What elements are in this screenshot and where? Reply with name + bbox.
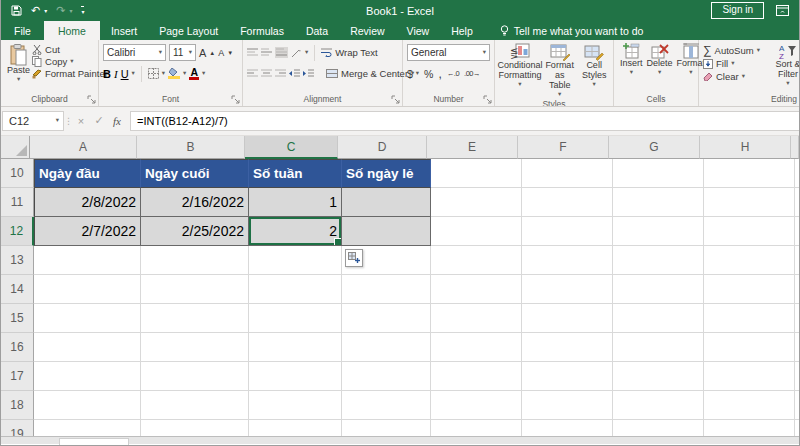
orientation-button[interactable] [291,48,302,58]
cell-A13[interactable] [34,246,141,275]
comma-style-button[interactable]: , [438,67,441,81]
align-center-icon[interactable] [261,69,272,78]
column-header-C[interactable]: C [245,136,338,159]
row-header-19[interactable]: 19 [1,420,34,436]
row-header-13[interactable]: 13 [1,246,34,275]
align-middle-icon[interactable] [261,48,272,57]
italic-button[interactable]: I [114,68,118,80]
cell-B13[interactable] [141,246,249,275]
cell-A12[interactable]: 2/7/2022 [34,217,141,246]
decrease-decimal-button[interactable]: .00→ [464,69,480,78]
cell-E16[interactable] [431,333,522,362]
cell-G10[interactable] [613,159,704,188]
customize-qat-icon[interactable]: ▾ [81,6,84,15]
cell-G11[interactable] [613,188,704,217]
save-icon[interactable] [11,5,22,16]
cell-F16[interactable] [522,333,613,362]
cell-H16[interactable] [704,333,795,362]
tab-review[interactable]: Review [339,21,395,40]
cell-C18[interactable] [249,391,342,420]
cell-G12[interactable] [613,217,704,246]
cell-A16[interactable] [34,333,141,362]
cell-G17[interactable] [613,362,704,391]
cell-E13[interactable] [431,246,522,275]
row-header-18[interactable]: 18 [1,391,34,420]
alignment-dialog-launcher-icon[interactable] [391,95,400,104]
cell-G15[interactable] [613,304,704,333]
autosum-button[interactable]: ∑AutoSum▾ [703,44,769,56]
cell-B15[interactable] [141,304,249,333]
tab-page-layout[interactable]: Page Layout [148,21,229,40]
cell-G18[interactable] [613,391,704,420]
cell-C11[interactable]: 1 [249,188,342,217]
font-dialog-launcher-icon[interactable] [231,95,240,104]
cell-G13[interactable] [613,246,704,275]
cell-C17[interactable] [249,362,342,391]
wrap-text-button[interactable]: Wrap Text [321,47,377,58]
cell-A10[interactable]: Ngày đầu [34,159,141,188]
cell-C16[interactable] [249,333,342,362]
cell-H13[interactable] [704,246,795,275]
cell-A11[interactable]: 2/8/2022 [34,188,141,217]
merge-center-button[interactable]: Merge & Center▾ [326,68,414,79]
increase-indent-icon[interactable] [303,69,314,78]
cell-F10[interactable] [522,159,613,188]
insert-cells-button[interactable]: Insert▾ [618,42,645,92]
cell-E14[interactable] [431,275,522,304]
cell-E11[interactable] [431,188,522,217]
row-header-16[interactable]: 16 [1,333,34,362]
accounting-format-button[interactable]: $▾ [407,68,419,80]
name-box[interactable]: C12▾ [2,111,64,131]
cut-button[interactable]: Cut [32,44,108,55]
cell-F14[interactable] [522,275,613,304]
cancel-icon[interactable]: × [72,115,90,127]
borders-button[interactable] [148,68,159,79]
cell-D14[interactable] [342,275,431,304]
cell-E18[interactable] [431,391,522,420]
cell-B16[interactable] [141,333,249,362]
tab-home[interactable]: Home [44,21,100,40]
cell-C10[interactable]: Số tuần [249,159,342,188]
increase-decimal-button[interactable]: ←.0 [447,69,459,78]
cell-F11[interactable] [522,188,613,217]
cell-styles-button[interactable]: Cell Styles▾ [578,42,610,97]
cell-A19[interactable] [34,420,141,436]
bold-button[interactable]: B [103,68,111,80]
cell-D19[interactable] [342,420,431,436]
tab-insert[interactable]: Insert [100,21,148,40]
redo-button[interactable]: ↷▾ [56,5,72,16]
cell-F15[interactable] [522,304,613,333]
cell-H19[interactable] [704,420,795,436]
cell-F19[interactable] [522,420,613,436]
cell-E17[interactable] [431,362,522,391]
row-header-10[interactable]: 10 [1,159,34,188]
font-name-combo[interactable]: Calibri▾ [103,44,166,61]
tab-help[interactable]: Help [440,21,484,40]
cell-D15[interactable] [342,304,431,333]
row-header-11[interactable]: 11 [1,188,34,217]
name-box-dropdown-icon[interactable]: ▾ [56,117,59,124]
underline-button[interactable]: U [121,68,129,80]
cell-E12[interactable] [431,217,522,246]
insert-function-icon[interactable]: fx [108,115,126,127]
fill-button[interactable]: Fill▾ [703,58,769,69]
format-as-table-button[interactable]: Format as Table▾ [541,42,578,97]
fill-color-button[interactable] [168,68,180,79]
delete-cells-button[interactable]: Delete▾ [645,42,675,92]
auto-fill-options-button[interactable] [345,249,363,267]
font-color-button[interactable]: A [189,67,199,81]
row-header-12[interactable]: 12 [1,217,34,246]
align-right-icon[interactable] [275,69,286,78]
select-all-corner[interactable] [1,136,30,159]
cell-H11[interactable] [704,188,795,217]
cell-B14[interactable] [141,275,249,304]
cell-D17[interactable] [342,362,431,391]
row-header-17[interactable]: 17 [1,362,34,391]
sheet-tab-partial[interactable] [59,438,129,445]
cell-G16[interactable] [613,333,704,362]
column-header-G[interactable]: G [609,136,700,159]
cell-D11[interactable] [342,188,431,217]
percent-style-button[interactable]: % [424,68,433,80]
cell-H18[interactable] [704,391,795,420]
cell-C19[interactable] [249,420,342,436]
